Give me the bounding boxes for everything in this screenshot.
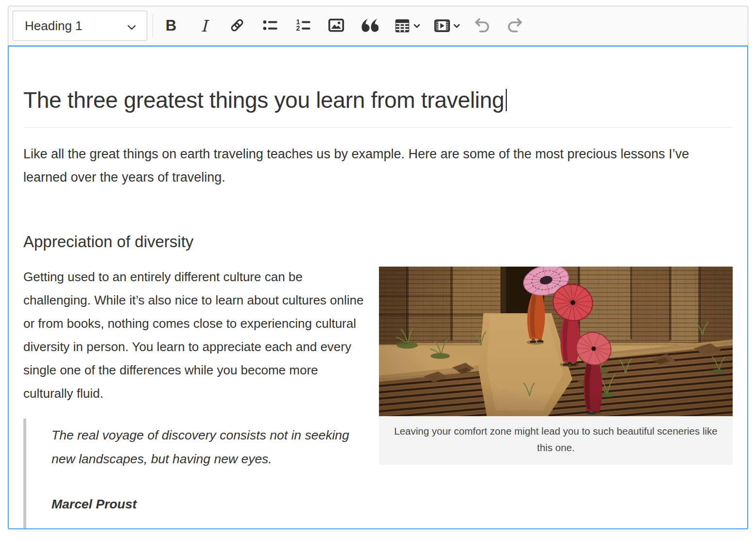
svg-text:2: 2 (296, 24, 300, 32)
image-icon (327, 16, 345, 36)
article-section: Leaving your comfort zone might lead you… (23, 232, 733, 529)
text-cursor (506, 89, 507, 111)
bold-button[interactable]: B (160, 15, 182, 37)
italic-button[interactable]: I (193, 15, 215, 37)
link-icon (228, 17, 246, 35)
media-icon (431, 15, 453, 37)
rich-text-editor: Heading 1 B I 12 (8, 6, 748, 529)
heading-dropdown-label: Heading 1 (25, 18, 83, 34)
redo-icon (506, 17, 524, 34)
numbered-list-icon: 12 (294, 17, 312, 35)
intro-paragraph[interactable]: Like all the great things on earth trave… (23, 142, 733, 189)
media-embed-button[interactable] (431, 15, 460, 37)
document-title[interactable]: The three greatest things you learn from… (23, 86, 733, 128)
chevron-down-icon (413, 21, 420, 30)
image-caption[interactable]: Leaving your comfort zone might lead you… (379, 416, 733, 465)
undo-icon (473, 17, 491, 34)
italic-icon: I (201, 17, 207, 35)
bold-icon: B (166, 17, 176, 34)
article-image[interactable] (379, 267, 733, 416)
heading-dropdown[interactable]: Heading 1 (13, 11, 147, 41)
redo-button[interactable] (504, 15, 526, 37)
editor-content[interactable]: The three greatest things you learn from… (8, 46, 748, 529)
block-quote-button[interactable] (358, 15, 380, 37)
section-heading[interactable]: Appreciation of diversity (23, 232, 733, 252)
quote-icon (360, 18, 378, 34)
document-title-text: The three greatest things you learn from… (23, 87, 504, 113)
bulleted-list-icon (261, 17, 279, 35)
toolbar-separator (153, 14, 153, 37)
bulleted-list-button[interactable] (259, 15, 281, 37)
link-button[interactable] (226, 15, 248, 37)
table-icon (391, 15, 413, 37)
insert-image-button[interactable] (325, 15, 347, 37)
undo-button[interactable] (471, 15, 493, 37)
editor-toolbar: Heading 1 B I 12 (8, 6, 748, 46)
article-figure[interactable]: Leaving your comfort zone might lead you… (379, 267, 733, 465)
chevron-down-icon (127, 18, 136, 34)
insert-table-button[interactable] (391, 15, 420, 37)
quote-author[interactable]: Marcel Proust (52, 496, 733, 512)
numbered-list-button[interactable]: 12 (292, 15, 314, 37)
chevron-down-icon (453, 21, 460, 30)
